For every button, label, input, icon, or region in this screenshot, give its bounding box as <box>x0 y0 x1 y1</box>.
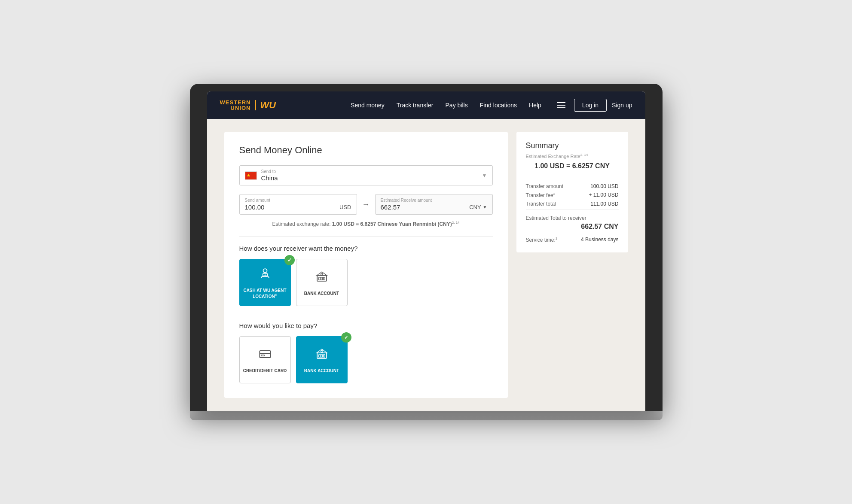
transfer-fee-label-text: Transfer fee <box>526 192 553 198</box>
navbar-links: Send money Track transfer Pay bills Find… <box>351 101 541 109</box>
exchange-rate-super: 2, 14 <box>452 221 460 225</box>
svg-rect-11 <box>261 355 264 356</box>
nav-pay-bills[interactable]: Pay bills <box>446 101 468 109</box>
hamburger-line2 <box>557 105 565 106</box>
pay-options: CREDIT/DEBIT CARD ✓ <box>239 336 493 383</box>
transfer-total-value: 111.00 USD <box>590 201 618 207</box>
cash-agent-icon <box>257 266 273 284</box>
divider-1 <box>239 237 493 237</box>
laptop-screen: WESTERN UNION WU Send money Track transf… <box>207 91 645 411</box>
svg-rect-4 <box>318 277 321 280</box>
svg-point-0 <box>263 269 267 273</box>
page-title: Send Money Online <box>239 145 493 156</box>
service-time-label-text: Service time: <box>526 237 556 243</box>
bank-account-pay-label: BANK ACCOUNT <box>304 368 339 373</box>
summary-exchange-super: 2, 14 <box>580 153 588 157</box>
svg-rect-14 <box>321 355 323 357</box>
credit-debit-option[interactable]: CREDIT/DEBIT CARD <box>239 336 291 383</box>
send-to-country: China <box>261 174 482 182</box>
svg-rect-9 <box>260 351 270 358</box>
bank-account-receive-option[interactable]: BANK ACCOUNT <box>296 259 348 306</box>
summary-divider-2 <box>526 209 619 210</box>
transfer-arrow-icon: → <box>362 200 370 209</box>
bank-account-pay-option[interactable]: ✓ BANK A <box>296 336 348 383</box>
send-to-label: Send to <box>261 169 482 174</box>
transfer-fee-label: Transfer fee2 <box>526 192 556 198</box>
svg-rect-15 <box>323 355 325 357</box>
navbar-actions: Log in Sign up <box>553 97 632 113</box>
summary-divider-1 <box>526 178 619 178</box>
navbar: WESTERN UNION WU Send money Track transf… <box>207 91 645 119</box>
nav-help[interactable]: Help <box>529 101 541 109</box>
cash-agent-label: CASH AT WU AGENTLOCATION® <box>243 288 286 299</box>
receiver-question: How does your receiver want the money? <box>239 245 493 252</box>
credit-debit-icon <box>257 346 273 364</box>
transfer-fee-value: + 11.00 USD <box>589 192 618 198</box>
summary-exchange-rate-value: 1.00 USD = 6.6257 CNY <box>526 162 619 170</box>
receive-amount-value: 662.57 <box>381 203 400 211</box>
service-time-label: Service time:1 <box>526 237 558 243</box>
send-to-inner: Send to China <box>261 169 482 182</box>
send-currency: USD <box>339 204 351 210</box>
laptop-base <box>190 411 663 420</box>
receive-currency-dropdown[interactable]: CNY ▼ <box>469 204 487 210</box>
receive-amount-field: Estimated Receive amount 662.57 CNY ▼ <box>375 194 493 215</box>
nav-find-locations-link[interactable]: Find locations <box>480 102 517 109</box>
hamburger-line1 <box>557 102 565 103</box>
nav-track-transfer-link[interactable]: Track transfer <box>397 102 434 109</box>
logo: WESTERN UNION WU <box>220 100 276 111</box>
cny-dropdown-arrow: ▼ <box>483 205 487 209</box>
receive-amount-input-row: 662.57 CNY ▼ <box>381 203 487 211</box>
bank-account-receive-label: BANK ACCOUNT <box>304 291 339 296</box>
divider-2 <box>239 314 493 314</box>
nav-send-money-link[interactable]: Send money <box>351 102 385 109</box>
transfer-amount-value: 100.00 USD <box>590 183 618 189</box>
receive-currency: CNY <box>469 204 481 210</box>
bank-account-pay-icon <box>314 346 330 364</box>
main-content: Send Money Online Send to China ▼ Sen <box>224 132 508 398</box>
summary-transfer-amount-row: Transfer amount 100.00 USD <box>526 183 619 189</box>
summary-title: Summary <box>526 141 619 150</box>
pay-question: How would you like to pay? <box>239 322 493 329</box>
send-amount-field[interactable]: Send amount 100.00 USD <box>239 194 357 215</box>
service-time-super: 1 <box>556 237 557 240</box>
transfer-total-label: Transfer total <box>526 201 556 207</box>
cash-agent-checkmark: ✓ <box>284 255 295 265</box>
nav-help-link[interactable]: Help <box>529 102 541 109</box>
laptop-shell: WESTERN UNION WU Send money Track transf… <box>190 84 663 411</box>
bank-account-pay-checkmark: ✓ <box>341 332 351 343</box>
hamburger-menu[interactable] <box>553 97 569 113</box>
login-button[interactable]: Log in <box>574 99 607 112</box>
exchange-rate-prefix: Estimated exchange rate: <box>272 221 332 227</box>
svg-rect-5 <box>321 277 323 280</box>
nav-pay-bills-link[interactable]: Pay bills <box>446 102 468 109</box>
send-amount-label: Send amount <box>245 198 351 203</box>
service-time-value: 4 Business days <box>581 237 618 243</box>
summary-exchange-label: Estimated Exchange Rate2, 14 <box>526 153 619 159</box>
signup-button[interactable]: Sign up <box>612 102 632 109</box>
svg-rect-13 <box>318 355 321 357</box>
receiver-options: ✓ CASH AT WU AGENTLOCATION® <box>239 259 493 306</box>
china-flag <box>245 171 257 180</box>
send-to-dropdown-arrow: ▼ <box>482 173 487 179</box>
summary-service-row: Service time:1 4 Business days <box>526 237 619 243</box>
send-amount-value: 100.00 <box>245 203 265 211</box>
cash-agent-option[interactable]: ✓ CASH AT WU AGENTLOCATION® <box>239 259 291 306</box>
logo-wu: WU <box>260 100 276 110</box>
exchange-rate-text: Estimated exchange rate: 1.00 USD = 6.62… <box>239 221 493 227</box>
page-body: Send Money Online Send to China ▼ Sen <box>207 119 645 411</box>
exchange-rate-value: 1.00 USD = 6.6257 Chinese Yuan Renminbi … <box>332 221 452 227</box>
receive-amount-label: Estimated Receive amount <box>381 198 487 203</box>
summary-transfer-fee-row: Transfer fee2 + 11.00 USD <box>526 192 619 198</box>
send-amount-input-row: 100.00 USD <box>245 203 351 211</box>
nav-track-transfer[interactable]: Track transfer <box>397 101 434 109</box>
transfer-fee-super: 2 <box>553 192 555 196</box>
nav-send-money[interactable]: Send money <box>351 101 385 109</box>
summary-transfer-total-row: Transfer total 111.00 USD <box>526 201 619 207</box>
hamburger-line3 <box>557 107 565 108</box>
amount-row: Send amount 100.00 USD → Estimated Recei… <box>239 194 493 215</box>
send-to-field[interactable]: Send to China ▼ <box>239 165 493 185</box>
nav-find-locations[interactable]: Find locations <box>480 101 517 109</box>
logo-separator <box>255 100 256 110</box>
summary-panel: Summary Estimated Exchange Rate2, 14 1.0… <box>516 132 628 252</box>
